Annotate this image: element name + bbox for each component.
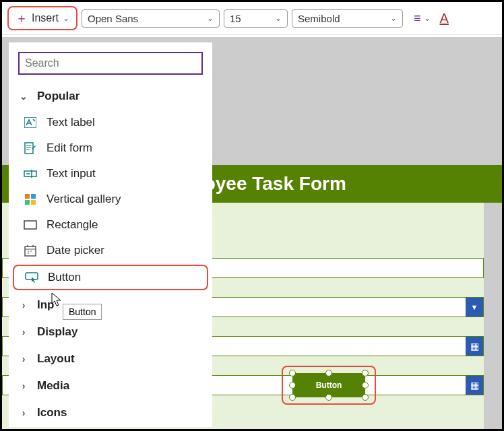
category-label: Icons [37, 406, 67, 420]
item-text-input[interactable]: Text input [9, 161, 212, 187]
resize-handle[interactable] [362, 382, 369, 389]
category-layout[interactable]: › Layout [9, 345, 212, 372]
item-text-label[interactable]: Text label [9, 110, 212, 135]
date-picker-icon [24, 244, 37, 257]
resize-handle[interactable] [325, 370, 332, 376]
selected-control-highlight: Button [282, 366, 376, 405]
chevron-down-icon: ⌄ [207, 13, 214, 23]
svg-rect-10 [25, 200, 30, 205]
item-edit-form[interactable]: Edit form [9, 135, 212, 161]
insert-panel: Search ⌄ Popular Text label Edit form Te… [9, 42, 212, 427]
font-color-button[interactable]: A [440, 11, 449, 26]
chevron-down-icon: ⌄ [424, 13, 431, 23]
text-label-icon [24, 117, 37, 129]
category-label: Popular [37, 90, 80, 103]
item-label: Date picker [46, 244, 104, 257]
item-label: Text input [46, 167, 96, 180]
category-input[interactable]: › Inp [9, 292, 212, 319]
edit-form-icon [24, 142, 37, 154]
svg-rect-1 [25, 143, 33, 154]
category-label: Media [37, 379, 69, 393]
chevron-right-icon: › [18, 327, 29, 337]
item-rectangle[interactable]: Rectangle [9, 212, 212, 238]
svg-rect-12 [24, 221, 36, 229]
category-label: Inp [37, 298, 55, 312]
calendar-icon: ▦ [466, 376, 483, 395]
resize-handle[interactable] [289, 370, 296, 376]
resize-handle[interactable] [325, 394, 332, 401]
category-icons[interactable]: › Icons [9, 399, 212, 426]
button-label: Button [316, 380, 342, 390]
align-icon: ≡ [414, 11, 421, 26]
tooltip: Button [63, 304, 102, 320]
item-label: Text label [46, 116, 95, 129]
resize-handle[interactable] [362, 370, 369, 376]
resize-handle[interactable] [362, 394, 369, 401]
svg-rect-11 [31, 200, 36, 205]
resize-handle[interactable] [289, 382, 296, 389]
chevron-down-icon: ⌄ [18, 91, 29, 102]
category-label: Layout [37, 352, 75, 366]
item-date-picker[interactable]: Date picker [9, 238, 212, 263]
insert-label: Insert [32, 12, 59, 24]
category-media[interactable]: › Media [9, 372, 212, 399]
chevron-right-icon: › [18, 380, 29, 391]
chevron-right-icon: › [18, 407, 29, 418]
category-label: Display [37, 325, 77, 339]
item-label: Vertical gallery [46, 193, 121, 206]
text-input-icon [24, 168, 37, 180]
font-size-dropdown[interactable]: 15 ⌄ [224, 9, 288, 28]
font-dropdown[interactable]: Open Sans ⌄ [82, 9, 220, 28]
item-vertical-gallery[interactable]: Vertical gallery [9, 187, 212, 212]
chevron-down-icon: ⌄ [390, 13, 397, 23]
vertical-gallery-icon [24, 193, 37, 205]
category-display[interactable]: › Display [9, 319, 212, 345]
svg-rect-8 [25, 194, 30, 199]
toolbar: ＋ Insert ⌄ Open Sans ⌄ 15 ⌄ Semibold ⌄ ≡… [2, 2, 502, 35]
rectangle-icon [24, 219, 37, 231]
align-dropdown[interactable]: ≡ ⌄ [414, 11, 431, 26]
resize-handle[interactable] [289, 394, 296, 401]
search-input[interactable]: Search [18, 52, 203, 75]
button-icon [25, 271, 38, 284]
item-label: Rectangle [46, 218, 98, 232]
font-weight-dropdown[interactable]: Semibold ⌄ [292, 9, 403, 28]
chevron-right-icon: › [18, 354, 29, 364]
weight-value: Semibold [298, 13, 340, 24]
item-label: Edit form [46, 141, 92, 155]
size-value: 15 [230, 13, 241, 24]
category-popular[interactable]: ⌄ Popular [9, 83, 212, 110]
insert-button[interactable]: ＋ Insert ⌄ [7, 6, 77, 30]
item-button[interactable]: Button [13, 265, 208, 290]
chevron-down-icon: ⌄ [63, 13, 69, 23]
plus-icon: ＋ [15, 10, 28, 26]
chevron-down-icon: ⌄ [275, 13, 282, 23]
item-label: Button [48, 271, 81, 284]
button-control[interactable]: Button [292, 373, 365, 397]
calendar-icon: ▦ [466, 337, 483, 356]
chevron-right-icon: › [18, 300, 29, 310]
font-value: Open Sans [88, 13, 138, 24]
svg-rect-9 [31, 194, 36, 199]
chevron-down-icon: ▼ [466, 298, 483, 317]
